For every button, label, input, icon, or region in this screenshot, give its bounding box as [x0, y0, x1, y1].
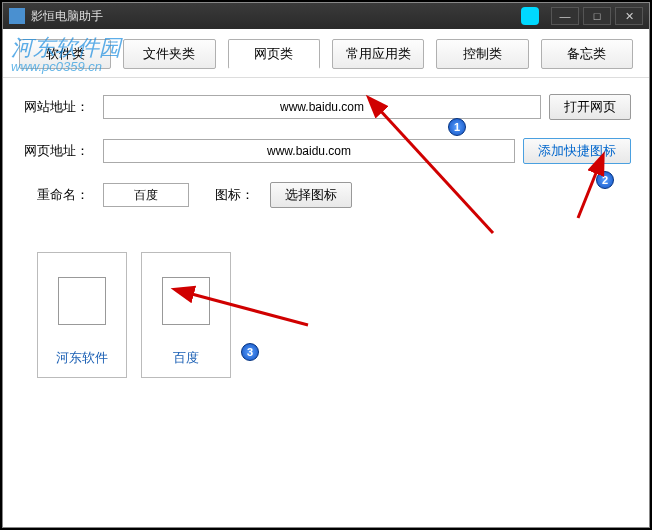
maximize-button[interactable]: □ — [583, 7, 611, 25]
website-input[interactable] — [103, 95, 541, 119]
webpage-input[interactable] — [103, 139, 515, 163]
titlebar: 影恒电脑助手 — □ ✕ — [3, 3, 649, 29]
tab-webpage[interactable]: 网页类 — [228, 39, 320, 69]
tab-common-app[interactable]: 常用应用类 — [332, 39, 424, 69]
app-window: 影恒电脑助手 — □ ✕ 河东软件园 www.pc0359.cn 软件类 文件夹… — [2, 2, 650, 528]
window-title: 影恒电脑助手 — [31, 8, 521, 25]
webpage-label: 网页地址： — [21, 142, 89, 160]
close-button[interactable]: ✕ — [615, 7, 643, 25]
shortcut-item[interactable]: 河东软件 — [37, 252, 127, 378]
form-area: 网站地址： 打开网页 网页地址： 添加快捷图标 重命名： 图标： 选择图标 — [3, 78, 649, 242]
shortcut-label: 河东软件 — [56, 349, 108, 367]
icon-label: 图标： — [215, 186, 254, 204]
tab-control[interactable]: 控制类 — [436, 39, 528, 69]
rename-input[interactable] — [103, 183, 189, 207]
rename-label: 重命名： — [21, 186, 89, 204]
webpage-row: 网页地址： 添加快捷图标 — [21, 138, 631, 164]
app-icon — [9, 8, 25, 24]
tab-bar: 软件类 文件夹类 网页类 常用应用类 控制类 备忘类 — [3, 29, 649, 78]
minimize-button[interactable]: — — [551, 7, 579, 25]
rename-row: 重命名： 图标： 选择图标 — [21, 182, 631, 208]
shortcut-item[interactable]: 百度 — [141, 252, 231, 378]
tab-memo[interactable]: 备忘类 — [541, 39, 633, 69]
add-shortcut-button[interactable]: 添加快捷图标 — [523, 138, 631, 164]
shortcut-icon — [162, 277, 210, 325]
android-icon[interactable] — [521, 7, 539, 25]
open-webpage-button[interactable]: 打开网页 — [549, 94, 631, 120]
shortcuts-area: 河东软件 百度 — [3, 252, 649, 378]
shortcut-icon — [58, 277, 106, 325]
tab-software[interactable]: 软件类 — [19, 39, 111, 69]
choose-icon-button[interactable]: 选择图标 — [270, 182, 352, 208]
shortcut-label: 百度 — [173, 349, 199, 367]
tab-folder[interactable]: 文件夹类 — [123, 39, 215, 69]
website-label: 网站地址： — [21, 98, 89, 116]
website-row: 网站地址： 打开网页 — [21, 94, 631, 120]
